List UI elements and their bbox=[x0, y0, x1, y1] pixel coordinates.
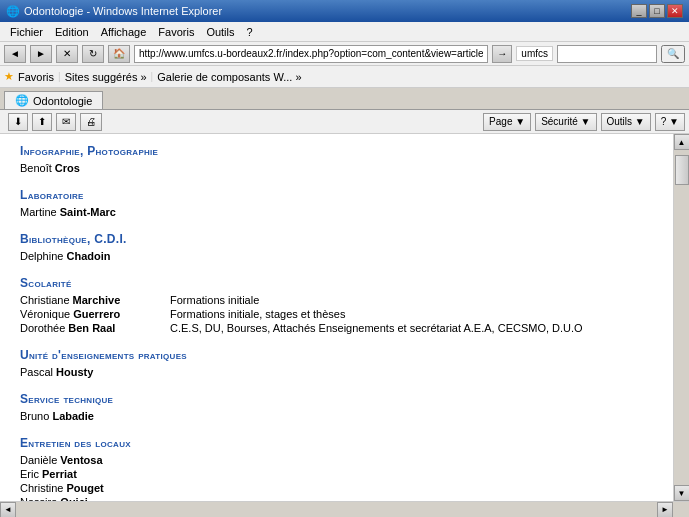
person-firstname: Nassira bbox=[20, 496, 60, 501]
tab-icon: 🌐 bbox=[15, 94, 29, 107]
person-row: Dorothée Ben RaalC.E.S, DU, Bourses, Att… bbox=[20, 322, 653, 334]
help-menu[interactable]: ? ▼ bbox=[655, 113, 685, 131]
person-row: Danièle Ventosa bbox=[20, 454, 653, 466]
page-up-btn[interactable]: ⬆ bbox=[32, 113, 52, 131]
umfcs-logo: umfcs bbox=[516, 46, 553, 61]
person-lastname: Cros bbox=[55, 162, 80, 174]
person-row: Nassira Ouici bbox=[20, 496, 653, 501]
title-bar: 🌐 Odontologie - Windows Internet Explore… bbox=[0, 0, 689, 22]
person-name: Bruno Labadie bbox=[20, 410, 170, 422]
person-row: Véronique GuerreroFormations initiale, s… bbox=[20, 308, 653, 320]
section-title: Service technique bbox=[20, 392, 653, 406]
person-row: Christiane MarchiveFormations initiale bbox=[20, 294, 653, 306]
scroll-left-button[interactable]: ◄ bbox=[0, 502, 16, 518]
person-name: Nassira Ouici bbox=[20, 496, 170, 501]
address-input[interactable] bbox=[134, 45, 488, 63]
person-name: Christine Pouget bbox=[20, 482, 170, 494]
page-menu[interactable]: Page ▼ bbox=[483, 113, 531, 131]
gallery-link[interactable]: Galerie de composants W... » bbox=[157, 71, 301, 83]
person-name: Christiane Marchive bbox=[20, 294, 170, 306]
section: Service techniqueBruno Labadie bbox=[20, 392, 653, 422]
sections-container: Infographie, PhotographieBenoît CrosLabo… bbox=[20, 144, 653, 501]
section: Entretien des locauxDanièle VentosaEric … bbox=[20, 436, 653, 501]
person-firstname: Bruno bbox=[20, 410, 52, 422]
section-title: Scolarité bbox=[20, 276, 653, 290]
favorites-bar: ★ Favoris | Sites suggérés » | Galerie d… bbox=[0, 66, 689, 88]
tab-label: Odontologie bbox=[33, 95, 92, 107]
menu-favoris[interactable]: Favoris bbox=[152, 24, 200, 40]
scroll-down-button[interactable]: ▼ bbox=[674, 485, 690, 501]
h-scroll-track[interactable] bbox=[16, 502, 657, 518]
page-down-btn[interactable]: ⬇ bbox=[8, 113, 28, 131]
menu-help[interactable]: ? bbox=[241, 24, 259, 40]
separator1: | bbox=[58, 71, 61, 82]
back-button[interactable]: ◄ bbox=[4, 45, 26, 63]
person-lastname: Saint-Marc bbox=[60, 206, 116, 218]
person-firstname: Delphine bbox=[20, 250, 66, 262]
security-menu[interactable]: Sécurité ▼ bbox=[535, 113, 596, 131]
person-firstname: Christine bbox=[20, 482, 66, 494]
scroll-track[interactable] bbox=[674, 150, 690, 485]
suggested-sites-link[interactable]: Sites suggérés » bbox=[65, 71, 147, 83]
horizontal-scrollbar: ◄ ► bbox=[0, 501, 689, 517]
person-firstname: Christiane bbox=[20, 294, 73, 306]
person-role: Formations initiale, stages et thèses bbox=[170, 308, 345, 320]
forward-button[interactable]: ► bbox=[30, 45, 52, 63]
scroll-right-button[interactable]: ► bbox=[657, 502, 673, 518]
person-firstname: Pascal bbox=[20, 366, 56, 378]
person-firstname: Véronique bbox=[20, 308, 73, 320]
print-btn[interactable]: 🖨 bbox=[80, 113, 102, 131]
mail-btn[interactable]: ✉ bbox=[56, 113, 76, 131]
person-row: Pascal Housty bbox=[20, 366, 653, 378]
scroll-thumb[interactable] bbox=[675, 155, 689, 185]
close-button[interactable]: ✕ bbox=[667, 4, 683, 18]
vertical-scrollbar: ▲ ▼ bbox=[673, 134, 689, 501]
favorites-star-icon: ★ bbox=[4, 70, 14, 83]
person-lastname: Ben Raal bbox=[68, 322, 115, 334]
scroll-up-button[interactable]: ▲ bbox=[674, 134, 690, 150]
maximize-button[interactable]: □ bbox=[649, 4, 665, 18]
person-firstname: Eric bbox=[20, 468, 42, 480]
window-controls: _ □ ✕ bbox=[631, 4, 683, 18]
person-name: Eric Perriat bbox=[20, 468, 170, 480]
search-input[interactable] bbox=[557, 45, 657, 63]
person-role: C.E.S, DU, Bourses, Attachés Enseignemen… bbox=[170, 322, 583, 334]
section-title: Laboratoire bbox=[20, 188, 653, 202]
section: LaboratoireMartine Saint-Marc bbox=[20, 188, 653, 218]
section-title: Unité d'enseignements pratiques bbox=[20, 348, 653, 362]
section: ScolaritéChristiane MarchiveFormations i… bbox=[20, 276, 653, 334]
menu-outils[interactable]: Outils bbox=[200, 24, 240, 40]
section: Bibliothèque, C.D.I.Delphine Chadoin bbox=[20, 232, 653, 262]
favorites-link[interactable]: Favoris bbox=[18, 71, 54, 83]
person-name: Dorothée Ben Raal bbox=[20, 322, 170, 334]
person-name: Martine Saint-Marc bbox=[20, 206, 170, 218]
person-lastname: Chadoin bbox=[66, 250, 110, 262]
menu-affichage[interactable]: Affichage bbox=[95, 24, 153, 40]
person-lastname: Perriat bbox=[42, 468, 77, 480]
menu-edition[interactable]: Edition bbox=[49, 24, 95, 40]
section-title: Bibliothèque, C.D.I. bbox=[20, 232, 653, 246]
home-button[interactable]: 🏠 bbox=[108, 45, 130, 63]
separator2: | bbox=[151, 71, 154, 82]
refresh-button[interactable]: ↻ bbox=[82, 45, 104, 63]
address-bar: ◄ ► ✕ ↻ 🏠 → umfcs 🔍 bbox=[0, 42, 689, 66]
tools-menu[interactable]: Outils ▼ bbox=[601, 113, 651, 131]
section-title: Infographie, Photographie bbox=[20, 144, 653, 158]
person-name: Danièle Ventosa bbox=[20, 454, 170, 466]
go-button[interactable]: → bbox=[492, 45, 512, 63]
window-icon: 🌐 bbox=[6, 5, 20, 18]
person-lastname: Labadie bbox=[52, 410, 94, 422]
tab-odontologie[interactable]: 🌐 Odontologie bbox=[4, 91, 103, 109]
section-title: Entretien des locaux bbox=[20, 436, 653, 450]
person-row: Bruno Labadie bbox=[20, 410, 653, 422]
person-lastname: Pouget bbox=[66, 482, 103, 494]
menu-fichier[interactable]: Fichier bbox=[4, 24, 49, 40]
stop-button[interactable]: ✕ bbox=[56, 45, 78, 63]
content-area: Infographie, PhotographieBenoît CrosLabo… bbox=[0, 134, 689, 501]
person-lastname: Marchive bbox=[73, 294, 121, 306]
section: Unité d'enseignements pratiquesPascal Ho… bbox=[20, 348, 653, 378]
minimize-button[interactable]: _ bbox=[631, 4, 647, 18]
search-button[interactable]: 🔍 bbox=[661, 45, 685, 63]
person-name: Pascal Housty bbox=[20, 366, 170, 378]
person-firstname: Benoît bbox=[20, 162, 55, 174]
